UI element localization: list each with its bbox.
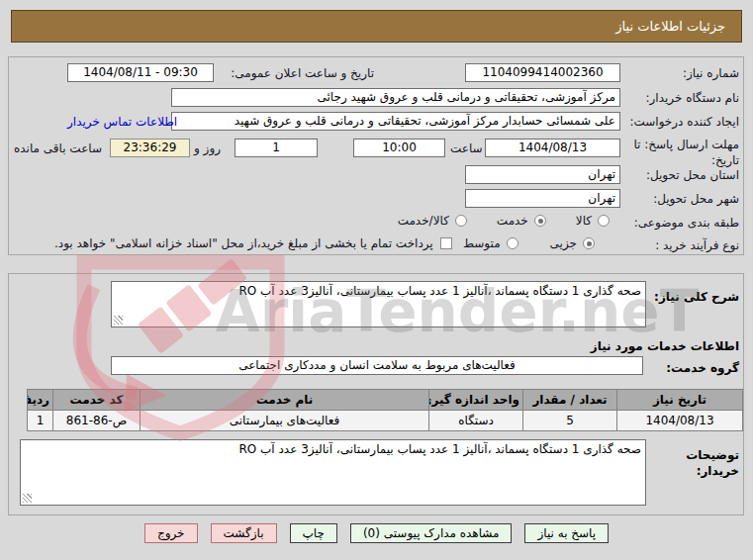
service-group-label: گروه خدمت: (666, 360, 739, 376)
services-section-title: اطلاعات خدمات مورد نیاز (591, 338, 739, 354)
col-unit: واحد اندازه گیری (429, 390, 523, 411)
general-description-textarea[interactable]: صحه گذاری 1 دستگاه پسماند ،آنالیز 1 عدد … (111, 281, 646, 327)
radio-option-service[interactable]: خدمت (497, 214, 546, 228)
general-description-label: شرح کلی نیاز: (654, 289, 739, 305)
buyer-org-field[interactable]: مرکز آموزشی، تحقیقاتی و درمانی قلب و عرو… (171, 88, 620, 107)
radio-option-goods[interactable]: کالا (576, 214, 610, 228)
treasury-checkbox-label: پرداخت تمام یا بخشی از مبلغ خرید،از محل … (54, 236, 433, 250)
purchase-process-type-label: نوع فرآیند خرید : (655, 237, 739, 253)
deadline-time-label: ساعت (450, 140, 483, 156)
respond-to-need-button[interactable]: پاسخ به نیاز (524, 523, 609, 543)
table-row[interactable]: 1404/08/13 5 دستگاه فعالیت‌های بیمارستان… (28, 411, 743, 431)
need-number-field[interactable]: 1104099414002360 (465, 63, 620, 82)
response-deadline-label: مهلت ارسال پاسخ: تا تاریخ: (630, 137, 739, 168)
print-button[interactable]: چاپ (290, 523, 337, 543)
countdown-label: ساعت باقی مانده (14, 140, 102, 156)
subject-classification-label: طبقه بندی موضوعی: (634, 215, 739, 231)
deadline-time-field[interactable]: 10:00 (353, 139, 445, 157)
buyer-contact-link[interactable]: اطلاعات تماس خریدار (67, 114, 177, 130)
treasury-checkbox-row: پرداخت تمام یا بخشی از مبلغ خرید،از محل … (54, 236, 452, 250)
buyer-org-label: نام دستگاه خریدار: (646, 90, 740, 106)
deadline-date-field[interactable]: 1404/08/13 (485, 139, 620, 157)
col-need-date: تاریخ نیاز (617, 390, 743, 411)
delivery-city-field[interactable]: تهران (465, 189, 620, 208)
col-service-code: کد خدمت (53, 390, 141, 411)
radio-option-minor[interactable]: جزیی (550, 236, 595, 250)
announcement-datetime-label: تاریخ و ساعت اعلان عمومی: (231, 65, 374, 81)
radio-selected-icon[interactable] (583, 237, 595, 249)
buyer-notes-label: توضیحات خریدار: (668, 447, 739, 479)
view-attached-documents-button[interactable]: مشاهده مدارک پیوستی (0) (350, 523, 513, 543)
col-service-name: نام خدمت (141, 390, 429, 411)
purchase-process-options: جزیی متوسط (463, 236, 595, 250)
announcement-datetime-field[interactable]: 1404/08/11 - 09:30 (67, 63, 214, 82)
radio-option-goods-service[interactable]: کالا/خدمت (398, 214, 467, 228)
radio-option-medium[interactable]: متوسط (463, 236, 518, 250)
need-number-label: شماره نیاز: (683, 65, 739, 81)
subject-classification-options: کالا خدمت کالا/خدمت (398, 214, 610, 228)
col-row-no: ردیف (28, 390, 53, 411)
countdown-timer: 23:36:29 (110, 139, 190, 157)
action-buttons: پاسخ به نیاز مشاهده مدارک پیوستی (0) چاپ… (0, 523, 753, 543)
radio-icon[interactable] (507, 237, 518, 249)
exit-button[interactable]: خروج (144, 523, 198, 543)
cell-service-code: ص-86-861 (53, 411, 141, 431)
service-group-field[interactable]: فعالیت‌های مربوط به سلامت انسان و مددکار… (111, 356, 643, 375)
request-creator-field[interactable]: علی شمسائی حسابدار مرکز آموزشی، تحقیقاتی… (171, 112, 620, 131)
delivery-province-label: استان محل تحویل: (646, 167, 739, 183)
cell-need-date: 1404/08/13 (617, 411, 743, 431)
radio-icon[interactable] (598, 215, 610, 227)
remaining-days-label: روز و (194, 140, 221, 156)
services-table: تاریخ نیاز تعداد / مقدار واحد اندازه گیر… (27, 389, 743, 431)
col-quantity: تعداد / مقدار (523, 390, 617, 411)
back-button[interactable]: بازگشت (211, 523, 277, 543)
need-details-page: جزئیات اطلاعات نیاز شماره نیاز: 11040994… (0, 0, 753, 560)
cell-unit: دستگاه (429, 411, 523, 431)
request-creator-label: ایجاد کننده درخواست: (629, 114, 739, 130)
radio-selected-icon[interactable] (534, 215, 546, 227)
radio-icon[interactable] (455, 215, 467, 227)
remaining-days-field[interactable]: 1 (235, 139, 318, 157)
cell-quantity: 5 (523, 411, 617, 431)
page-title: جزئیات اطلاعات نیاز (11, 10, 742, 43)
treasury-checkbox[interactable] (440, 237, 452, 249)
services-table-header-row: تاریخ نیاز تعداد / مقدار واحد اندازه گیر… (28, 390, 743, 411)
delivery-city-label: شهر محل تحویل: (653, 191, 739, 207)
buyer-notes-textarea[interactable]: صحه گذاری 1 دستگاه پسماند ،آنالیز 1 عدد … (20, 439, 646, 506)
delivery-province-field[interactable]: تهران (465, 165, 620, 184)
cell-row-no: 1 (28, 411, 53, 431)
cell-service-name: فعالیت‌های بیمارستانی (141, 411, 429, 431)
